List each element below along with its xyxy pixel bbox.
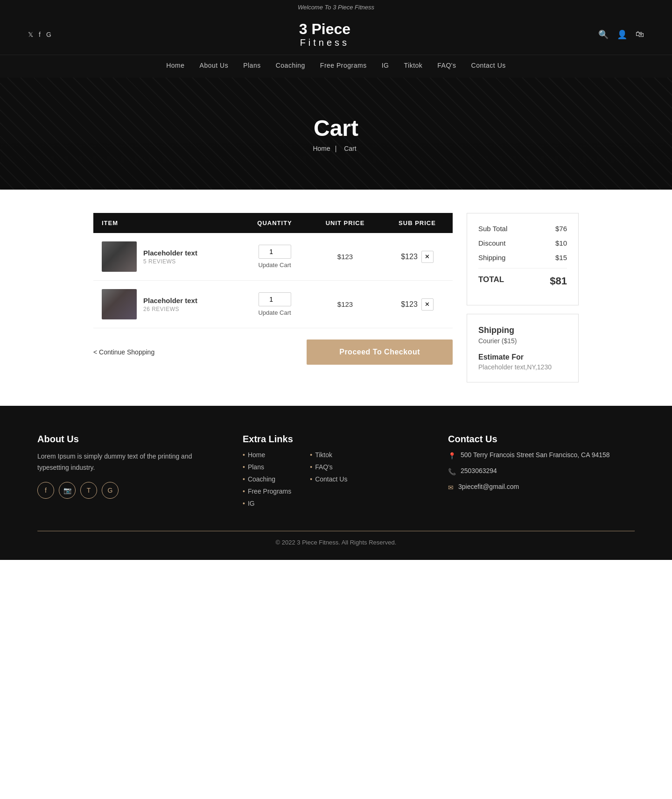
footer-google-icon[interactable]: G [102, 482, 119, 499]
footer-instagram-icon[interactable]: 📷 [59, 482, 76, 499]
logo-sub: Fitness [299, 37, 350, 48]
col-header-sub-price: SUB PRICE [382, 213, 453, 233]
footer-link-coaching[interactable]: Coaching [248, 475, 275, 483]
estimate-title: Estimate For [478, 353, 567, 361]
subtotal-label: Sub Total [478, 225, 507, 233]
breadcrumb-separator: | [335, 145, 339, 152]
cart-item-cell-2: Placeholder text 26 REVIEWS [93, 281, 241, 328]
nav-ig[interactable]: IG [382, 62, 389, 69]
shipping-label: Shipping [478, 254, 505, 262]
remove-item-btn-1[interactable]: ✕ [421, 251, 434, 263]
cart-item-image-2 [102, 289, 137, 319]
shipping-value: $15 [555, 254, 567, 262]
summary-subtotal-row: Sub Total $76 [478, 225, 567, 233]
main-nav: Home About Us Plans Coaching Free Progra… [0, 55, 672, 78]
search-icon[interactable]: 🔍 [598, 29, 609, 40]
summary-discount-row: Discount $10 [478, 239, 567, 247]
shipping-title: Shipping [478, 325, 567, 335]
update-cart-btn-2[interactable]: Update Cart [258, 309, 291, 316]
footer-link-faqs[interactable]: FAQ's [315, 463, 333, 471]
order-summary-box: Sub Total $76 Discount $10 Shipping $15 … [467, 213, 579, 305]
top-banner: Welcome To 3 Piece Fitness [0, 0, 672, 14]
quantity-input-1[interactable] [259, 245, 291, 259]
footer-link-col-1: Home Plans Coaching Free Programs IG [243, 451, 291, 512]
header: 𝕏 f G 3 Piece Fitness 🔍 👤 🛍 [0, 14, 672, 55]
col-header-unit-price: UNIT PRICE [308, 213, 382, 233]
update-cart-btn-1[interactable]: Update Cart [258, 262, 291, 269]
col-header-quantity: QUANTITY [241, 213, 308, 233]
footer-link-contact[interactable]: Contact Us [315, 475, 347, 483]
footer-link-col-2: Tiktok FAQ's Contact Us [310, 451, 347, 512]
footer-phone: 📞 2503063294 [448, 467, 635, 475]
logo-main: 3 Piece [299, 21, 350, 37]
cart-item-reviews-2: 26 REVIEWS [143, 306, 197, 312]
nav-faqs[interactable]: FAQ's [437, 62, 456, 69]
nav-free-programs[interactable]: Free Programs [320, 62, 367, 69]
discount-value: $10 [555, 239, 567, 247]
cart-sidebar: Sub Total $76 Discount $10 Shipping $15 … [467, 213, 579, 382]
nav-contact-us[interactable]: Contact Us [471, 62, 506, 69]
total-value: $81 [550, 275, 567, 287]
google-social-icon[interactable]: G [46, 31, 51, 38]
hero-title: Cart [313, 115, 359, 141]
cart-section: ITEM QUANTITY UNIT PRICE SUB PRICE Place… [93, 213, 453, 365]
cart-item-name-2: Placeholder text [143, 297, 197, 304]
cart-item-reviews-1: 5 REVIEWS [143, 258, 197, 265]
remove-item-btn-2[interactable]: ✕ [421, 298, 434, 311]
facebook-social-icon[interactable]: f [39, 31, 41, 38]
footer-facebook-icon[interactable]: f [37, 482, 54, 499]
footer-link-ig[interactable]: IG [248, 500, 255, 507]
total-label: TOTAL [478, 275, 504, 287]
cart-icon[interactable]: 🛍 [636, 29, 644, 40]
unit-price-cell-1: $123 [308, 233, 382, 281]
sub-price-cell-2: $123 ✕ [382, 281, 453, 328]
breadcrumb: Home | Cart [313, 145, 359, 152]
sub-price-value-2: $123 [401, 300, 418, 309]
col-header-item: ITEM [93, 213, 241, 233]
footer-link-tiktok[interactable]: Tiktok [315, 451, 332, 459]
footer-divider [37, 530, 635, 531]
address-text: 500 Terry Francois Street San Francisco,… [461, 451, 610, 459]
cart-item-image-1 [102, 241, 137, 272]
hero-section: Cart Home | Cart [0, 78, 672, 190]
nav-about-us[interactable]: About Us [200, 62, 229, 69]
cart-table: ITEM QUANTITY UNIT PRICE SUB PRICE Place… [93, 213, 453, 328]
breadcrumb-current: Cart [344, 145, 356, 152]
footer: About Us Lorem Ipsum is simply dummy tex… [0, 406, 672, 560]
footer-link-plans[interactable]: Plans [248, 463, 264, 471]
user-icon[interactable]: 👤 [617, 29, 627, 40]
hero-content: Cart Home | Cart [313, 115, 359, 152]
footer-address: 📍 500 Terry Francois Street San Francisc… [448, 451, 635, 460]
footer-contact-title: Contact Us [448, 434, 635, 445]
footer-contact-us: Contact Us 📍 500 Terry Francois Street S… [448, 434, 635, 512]
social-links: 𝕏 f G [28, 31, 51, 38]
main-content: ITEM QUANTITY UNIT PRICE SUB PRICE Place… [79, 213, 593, 382]
logo[interactable]: 3 Piece Fitness [299, 21, 350, 48]
shipping-subtitle: Courier ($15) [478, 337, 567, 345]
footer-about-text: Lorem Ipsum is simply dummy text of the … [37, 451, 224, 474]
cart-item-name-1: Placeholder text [143, 249, 197, 257]
footer-link-home[interactable]: Home [248, 451, 265, 459]
continue-shopping-link[interactable]: < Continue Shopping [93, 348, 154, 356]
nav-coaching[interactable]: Coaching [276, 62, 305, 69]
footer-social-icons: f 📷 T G [37, 482, 224, 499]
summary-shipping-row: Shipping $15 [478, 254, 567, 262]
location-icon: 📍 [448, 452, 456, 460]
table-row: Placeholder text 26 REVIEWS Update Cart … [93, 281, 453, 328]
footer-twitter-icon[interactable]: T [80, 482, 97, 499]
footer-link-free-programs[interactable]: Free Programs [248, 488, 291, 495]
breadcrumb-home[interactable]: Home [313, 145, 330, 152]
twitter-social-icon[interactable]: 𝕏 [28, 31, 33, 38]
footer-about-us: About Us Lorem Ipsum is simply dummy tex… [37, 434, 224, 512]
footer-copyright: © 2022 3 Piece Fitness. All Rights Reser… [37, 539, 635, 546]
footer-links-title: Extra Links [243, 434, 429, 445]
nav-tiktok[interactable]: Tiktok [404, 62, 423, 69]
nav-plans[interactable]: Plans [243, 62, 261, 69]
nav-home[interactable]: Home [166, 62, 184, 69]
cart-item-cell-1: Placeholder text 5 REVIEWS [93, 233, 241, 281]
qty-cell-2: Update Cart [241, 281, 308, 328]
email-text: 3piecefit@gmail.com [458, 483, 519, 490]
qty-cell-1: Update Cart [241, 233, 308, 281]
checkout-button[interactable]: Proceed To Checkout [307, 339, 453, 365]
quantity-input-2[interactable] [259, 292, 291, 306]
